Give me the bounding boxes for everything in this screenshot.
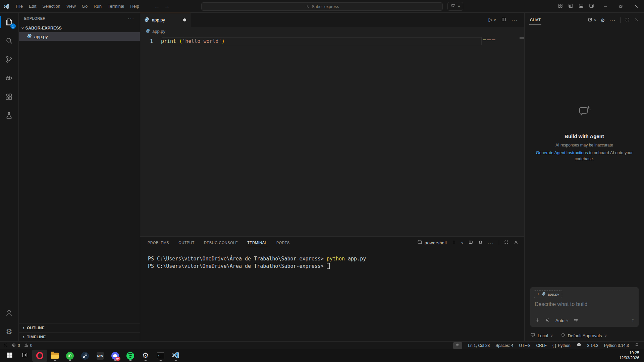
sidebar-item-testing[interactable] (0, 107, 18, 125)
taskbar-app-settings[interactable]: ⚙ (138, 350, 153, 362)
customize-layout-icon[interactable] (557, 3, 563, 10)
chevron-down-icon[interactable]: ∨ (461, 241, 464, 244)
taskbar-app-spotify[interactable] (123, 350, 138, 362)
forward-arrow-icon[interactable]: → (164, 3, 170, 9)
python-interpreter[interactable]: Python 3.14.3 (604, 343, 629, 348)
file-app-py[interactable]: app.py (19, 32, 140, 41)
menu-edit[interactable]: Edit (26, 0, 39, 13)
split-editor-icon[interactable] (501, 17, 506, 23)
close-chat-icon[interactable] (634, 17, 639, 23)
folder-sabor-express[interactable]: ∨ SABOR-EXPRESS (19, 24, 140, 32)
tools-icon[interactable] (545, 317, 550, 324)
accounts-button[interactable] (0, 304, 18, 322)
panel-more-actions-icon[interactable]: ··· (488, 240, 494, 245)
split-terminal-icon[interactable] (468, 240, 473, 246)
chat-input-card[interactable]: + app.py Describe what to build Auto ∨ ↑ (530, 287, 639, 327)
editor-scrollbar[interactable] (520, 37, 524, 39)
send-icon[interactable]: ↑ (632, 317, 635, 324)
chat-panel-title[interactable]: CHAT (529, 16, 541, 24)
tab-ports[interactable]: PORTS (276, 237, 290, 248)
problems-errors[interactable]: 0 (12, 343, 20, 348)
explorer-actions-icon[interactable]: ··· (128, 16, 135, 21)
encoding[interactable]: UTF-8 (519, 343, 531, 348)
restore-button[interactable] (613, 0, 629, 13)
sidebar-item-extensions[interactable] (0, 88, 18, 107)
chat-settings-gear-icon[interactable]: ⚙ (601, 18, 605, 23)
run-python-button[interactable]: ▷∨ (489, 17, 496, 23)
taskbar-app-discord[interactable]: 9+ (108, 350, 123, 362)
close-panel-icon[interactable] (514, 240, 519, 246)
editor-more-actions-icon[interactable]: ··· (512, 17, 518, 22)
sidebar-item-search[interactable] (0, 32, 18, 50)
zoom-indicator[interactable] (453, 342, 462, 349)
sliders-icon[interactable] (573, 317, 579, 324)
sidebar-item-explorer[interactable]: 1 (0, 13, 18, 32)
remote-indicator-icon[interactable] (3, 343, 8, 348)
menu-view[interactable]: View (63, 0, 79, 13)
task-view-button[interactable] (17, 350, 32, 362)
problems-warnings[interactable]: 0 (24, 343, 33, 348)
chat-input-placeholder[interactable]: Describe what to build (535, 301, 639, 307)
taskbar-app-command-prompt[interactable]: ›_ (153, 350, 168, 362)
copilot-titlebar-button[interactable]: ∨ (447, 2, 463, 11)
toggle-panel-icon[interactable] (578, 3, 584, 10)
cursor-position[interactable]: Ln 1, Col 23 (468, 343, 490, 348)
kill-terminal-icon[interactable] (478, 240, 483, 246)
code-editor[interactable]: 1 print ('hello world') (140, 37, 524, 236)
windows-start-button[interactable] (2, 350, 17, 362)
taskbar-app-steam[interactable] (77, 350, 93, 362)
taskbar-app-file-explorer[interactable] (47, 350, 62, 362)
taskbar-app-opera-gx[interactable] (32, 350, 47, 362)
close-window-button[interactable] (629, 0, 644, 13)
new-chat-button[interactable]: ∨ (587, 17, 596, 23)
python-version[interactable]: 3.14.3 (587, 343, 598, 348)
outline-section[interactable]: › OUTLINE (19, 323, 140, 332)
command-center-search[interactable]: Sabor-express (201, 2, 443, 11)
eol-sequence[interactable]: CRLF (536, 343, 547, 348)
sidebar-item-run-debug[interactable] (0, 69, 18, 88)
tab-problems[interactable]: PROBLEMS (148, 237, 169, 248)
terminal-shell-selector[interactable]: powershell (417, 240, 447, 246)
taskbar-app-epic-games[interactable]: EPIC (93, 350, 108, 362)
breadcrumb[interactable]: app.py (140, 27, 524, 36)
bell-icon[interactable] (635, 343, 639, 348)
taskbar-app-whatsapp[interactable]: ✆ (62, 350, 77, 362)
terminal-output[interactable]: PS C:\Users\vitor\OneDrive\Área de Traba… (140, 249, 524, 270)
timeline-section[interactable]: › TIMELINE (19, 332, 140, 341)
tab-terminal[interactable]: TERMINAL (247, 237, 267, 248)
back-arrow-icon[interactable]: ← (154, 3, 160, 9)
minimap[interactable] (482, 38, 519, 51)
taskbar-app-vscode[interactable] (168, 350, 183, 362)
language-mode[interactable]: { } Python (552, 343, 571, 348)
generate-agent-instructions-link[interactable]: Generate Agent Instructions (536, 150, 588, 155)
toggle-secondary-sidebar-icon[interactable] (589, 3, 594, 10)
clock-date: 12/03/2026 (619, 356, 639, 361)
session-target-selector[interactable]: Local ∨ (530, 333, 553, 339)
menu-run[interactable]: Run (91, 0, 105, 13)
menu-file[interactable]: File (13, 0, 26, 13)
tab-output[interactable]: OUTPUT (178, 237, 195, 248)
vscode-logo (0, 3, 13, 9)
sidebar-item-source-control[interactable] (0, 50, 18, 69)
manage-settings-button[interactable]: ⚙ (0, 322, 18, 341)
maximize-panel-icon[interactable] (504, 240, 509, 246)
attach-icon[interactable] (535, 317, 540, 324)
new-terminal-icon[interactable] (451, 240, 457, 246)
expand-chat-icon[interactable] (625, 17, 630, 23)
approvals-selector[interactable]: Default Approvals ∨ (561, 333, 607, 339)
context-chip-app-py[interactable]: + app.py (534, 290, 562, 298)
taskbar-clock[interactable]: 19:25 12/03/2026 (619, 351, 644, 361)
tab-app-py[interactable]: app.py (140, 13, 191, 27)
tab-debug-console[interactable]: DEBUG CONSOLE (204, 237, 238, 248)
modified-dot-icon[interactable] (183, 18, 186, 21)
indentation[interactable]: Spaces: 4 (495, 343, 513, 348)
toggle-primary-sidebar-icon[interactable] (568, 3, 574, 10)
menu-help[interactable]: Help (127, 0, 142, 13)
minimize-button[interactable] (598, 0, 613, 13)
menu-terminal[interactable]: Terminal (105, 0, 127, 13)
copilot-icon[interactable] (576, 342, 582, 349)
menu-selection[interactable]: Selection (39, 0, 63, 13)
chat-more-actions-icon[interactable]: ··· (609, 18, 616, 23)
menu-go[interactable]: Go (79, 0, 91, 13)
mode-selector[interactable]: Auto ∨ (555, 318, 568, 323)
